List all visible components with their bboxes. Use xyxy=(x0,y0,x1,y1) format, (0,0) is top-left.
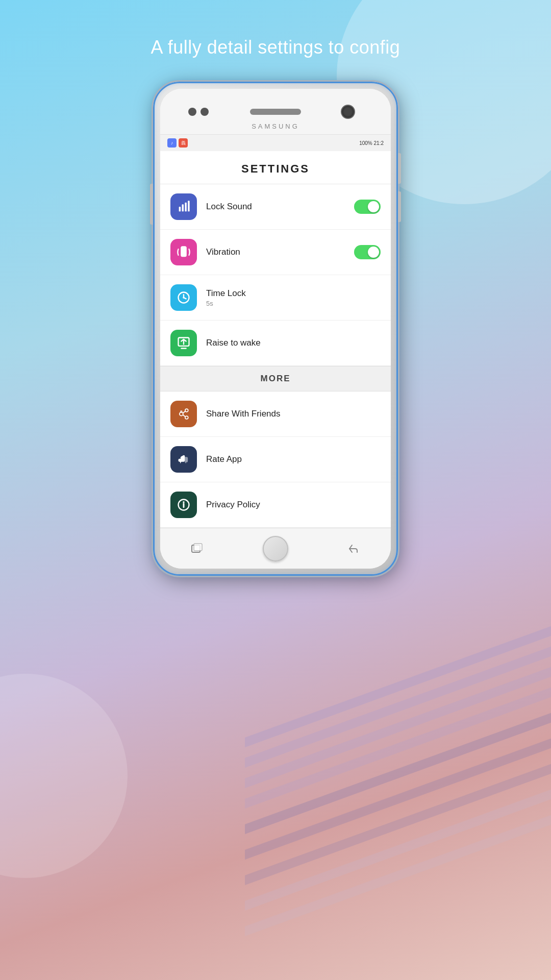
svg-rect-1 xyxy=(182,204,184,211)
svg-point-14 xyxy=(185,416,188,419)
phone-wrapper: SAMSUNG ♪ 義 100% 21:2 SETTINGS xyxy=(153,82,398,576)
svg-rect-0 xyxy=(179,207,181,211)
power-button[interactable] xyxy=(150,184,153,225)
svg-point-17 xyxy=(180,410,183,413)
settings-title: SETTINGS xyxy=(160,151,391,184)
status-music-icon: ♪ xyxy=(167,138,177,148)
raise-to-wake-icon xyxy=(170,330,197,356)
phone-screen: SAMSUNG ♪ 義 100% 21:2 SETTINGS xyxy=(160,89,391,569)
svg-rect-4 xyxy=(181,246,187,257)
privacy-policy-icon xyxy=(170,492,197,518)
settings-item-raise-to-wake[interactable]: Raise to wake xyxy=(160,321,391,366)
svg-rect-2 xyxy=(185,203,187,212)
lock-sound-label: Lock Sound xyxy=(206,202,354,212)
bottom-bezel xyxy=(160,528,391,569)
rate-app-label: Rate App xyxy=(206,454,381,464)
home-button[interactable] xyxy=(263,536,288,561)
privacy-policy-label: Privacy Policy xyxy=(206,500,381,510)
screen-content: SETTINGS Lock So xyxy=(160,151,391,528)
raise-to-wake-label: Raise to wake xyxy=(206,338,381,348)
share-text: Share With Friends xyxy=(206,409,381,419)
status-right: 100% 21:2 xyxy=(359,140,384,146)
phone-outer: SAMSUNG ♪ 義 100% 21:2 SETTINGS xyxy=(153,82,398,576)
svg-line-15 xyxy=(183,411,185,413)
privacy-policy-text: Privacy Policy xyxy=(206,500,381,510)
status-text: 100% 21:2 xyxy=(359,140,384,146)
vibration-text: Vibration xyxy=(206,247,354,257)
raise-to-wake-text: Raise to wake xyxy=(206,338,381,348)
lock-sound-icon xyxy=(170,193,197,220)
share-label: Share With Friends xyxy=(206,409,381,419)
top-bezel: SAMSUNG xyxy=(160,89,391,135)
status-app-icon: 義 xyxy=(179,138,188,148)
front-sensors xyxy=(188,108,209,116)
time-lock-label: Time Lock xyxy=(206,288,381,299)
status-left: ♪ 義 xyxy=(167,138,188,148)
settings-item-time-lock[interactable]: Time Lock 5s xyxy=(160,275,391,321)
back-button[interactable] xyxy=(344,540,363,558)
volume-button-down[interactable] xyxy=(398,191,401,222)
vibration-icon xyxy=(170,239,197,265)
settings-item-lock-sound[interactable]: Lock Sound xyxy=(160,184,391,230)
vibration-toggle[interactable] xyxy=(354,245,381,259)
vibration-label: Vibration xyxy=(206,247,354,257)
front-camera xyxy=(341,105,355,119)
svg-point-20 xyxy=(183,501,185,503)
share-icon xyxy=(170,401,197,427)
volume-button-up[interactable] xyxy=(398,153,401,184)
brand-label: SAMSUNG xyxy=(252,122,299,130)
bg-circle-bottom-left xyxy=(0,674,128,878)
time-lock-icon xyxy=(170,284,197,311)
svg-point-13 xyxy=(185,409,188,412)
lock-sound-toggle[interactable] xyxy=(354,200,381,214)
lock-sound-text: Lock Sound xyxy=(206,202,354,212)
sensor-2 xyxy=(201,108,209,116)
settings-item-vibration[interactable]: Vibration xyxy=(160,230,391,275)
recent-apps-button[interactable] xyxy=(188,540,207,558)
rate-app-text: Rate App xyxy=(206,454,381,464)
time-lock-text: Time Lock 5s xyxy=(206,288,381,307)
status-bar: ♪ 義 100% 21:2 xyxy=(160,135,391,151)
settings-item-share[interactable]: Share With Friends xyxy=(160,391,391,437)
svg-line-16 xyxy=(183,415,185,417)
svg-rect-3 xyxy=(188,201,190,211)
more-section-header: MORE xyxy=(160,366,391,391)
vibration-toggle-knob xyxy=(368,247,379,258)
tagline: A fully detail settings to config xyxy=(0,37,551,58)
settings-item-rate-app[interactable]: Rate App xyxy=(160,437,391,482)
sensor-1 xyxy=(188,108,196,116)
svg-point-8 xyxy=(183,297,185,299)
lock-sound-toggle-knob xyxy=(368,201,379,212)
settings-item-privacy-policy[interactable]: Privacy Policy xyxy=(160,482,391,528)
svg-rect-22 xyxy=(194,544,202,551)
rate-app-icon xyxy=(170,446,197,473)
earpiece-speaker xyxy=(250,109,301,115)
settings-list: Lock Sound xyxy=(160,184,391,528)
time-lock-sublabel: 5s xyxy=(206,300,381,307)
diagonal-lines xyxy=(245,623,551,980)
